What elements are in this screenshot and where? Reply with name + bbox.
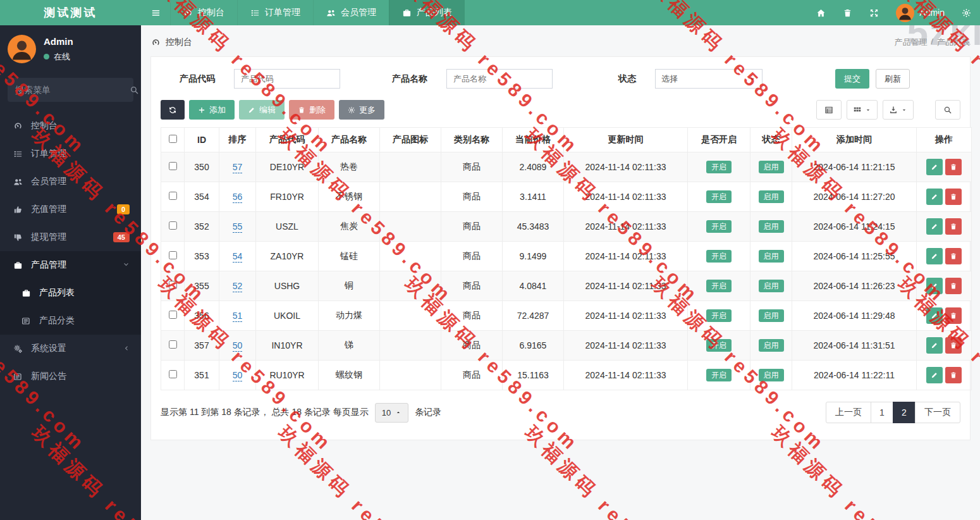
row-delete-button[interactable] — [945, 159, 962, 175]
row-edit-button[interactable] — [926, 159, 943, 175]
reload-button[interactable] — [161, 100, 185, 120]
columns-toggle-button[interactable] — [847, 100, 878, 120]
row-delete-button[interactable] — [945, 189, 962, 205]
column-header[interactable]: 产品代码 — [256, 128, 319, 152]
column-header[interactable]: ID — [185, 128, 219, 152]
sidebar-item-recharge[interactable]: 充值管理0 — [0, 195, 141, 223]
row-edit-button[interactable] — [926, 189, 943, 205]
sort-editable-link[interactable]: 55 — [233, 221, 243, 233]
breadcrumb-separator: / — [931, 37, 933, 48]
cell-added: 2024-06-14 11:24:15 — [792, 212, 917, 242]
delete-button[interactable]: 删除 — [289, 100, 334, 120]
table-row: 35354ZA10YR锰硅商品9.14992024-11-14 02:11:33… — [161, 242, 972, 271]
page-button-2[interactable]: 2 — [893, 402, 916, 423]
page-button-1[interactable]: 1 — [871, 402, 893, 423]
sidebar-item-system-settings[interactable]: 系统设置 — [0, 335, 141, 362]
row-edit-button[interactable] — [926, 337, 943, 354]
nav-item-orders[interactable]: 订单管理 — [237, 0, 313, 25]
sort-editable-link[interactable]: 50 — [233, 340, 243, 352]
next-page-button[interactable]: 下一页 — [915, 402, 960, 423]
product-name-input[interactable] — [446, 69, 553, 89]
column-header[interactable]: 操作 — [917, 128, 972, 152]
sort-editable-link[interactable]: 50 — [233, 370, 243, 381]
home-button[interactable] — [816, 8, 826, 18]
row-checkbox[interactable] — [169, 162, 177, 170]
column-header[interactable]: 状态 — [750, 128, 792, 152]
row-checkbox[interactable] — [169, 251, 177, 259]
row-delete-button[interactable] — [945, 278, 962, 294]
row-checkbox[interactable] — [169, 192, 177, 200]
row-edit-button[interactable] — [926, 218, 943, 235]
search-icon — [943, 106, 952, 115]
detail-view-toggle-button[interactable] — [816, 100, 842, 120]
expand-button[interactable] — [869, 8, 879, 18]
nav-item-members[interactable]: 会员管理 — [313, 0, 389, 25]
prev-page-button[interactable]: 上一页 — [826, 402, 871, 423]
sidebar-item-dashboard[interactable]: 控制台 — [0, 112, 141, 140]
thumbs-down-icon — [13, 233, 23, 242]
sidebar-item-orders[interactable]: 订单管理 — [0, 140, 141, 168]
trash-button[interactable] — [843, 8, 852, 18]
search-toggle-button[interactable] — [935, 100, 960, 120]
row-checkbox[interactable] — [169, 311, 177, 319]
breadcrumb-section[interactable]: 产品管理 — [894, 37, 927, 48]
user-menu[interactable]: Admin — [896, 4, 945, 22]
newspaper-icon — [13, 372, 23, 381]
status-select[interactable]: 选择 — [655, 69, 763, 89]
row-checkbox[interactable] — [169, 340, 177, 349]
column-header[interactable]: 更新时间 — [564, 128, 688, 152]
row-delete-button[interactable] — [945, 307, 962, 324]
more-button[interactable]: 更多 — [339, 100, 384, 120]
row-checkbox[interactable] — [169, 281, 177, 289]
row-delete-button[interactable] — [945, 367, 962, 383]
column-header[interactable]: 排序 — [219, 128, 256, 152]
row-checkbox[interactable] — [169, 221, 177, 230]
nav-item-dashboard[interactable]: 控制台 — [170, 0, 237, 25]
sidebar-item-members[interactable]: 会员管理 — [0, 168, 141, 195]
export-toggle-button[interactable] — [883, 100, 914, 120]
column-header[interactable]: 产品图标 — [380, 128, 441, 152]
cell-updated: 2024-11-14 02:11:33 — [564, 182, 688, 212]
column-header[interactable]: 类别名称 — [441, 128, 503, 152]
add-button[interactable]: 添加 — [189, 100, 235, 120]
sidebar-item-product-list[interactable]: 产品列表 — [0, 279, 141, 307]
status-badge: 启用 — [759, 339, 784, 352]
row-edit-button[interactable] — [926, 367, 943, 383]
sort-editable-link[interactable]: 52 — [233, 281, 243, 292]
sidebar-item-news[interactable]: 新闻公告 — [0, 362, 141, 390]
refresh-button[interactable]: 刷新 — [876, 69, 910, 89]
sort-editable-link[interactable]: 54 — [233, 251, 243, 263]
count-badge: 0 — [117, 204, 130, 214]
sort-editable-link[interactable]: 57 — [233, 162, 243, 173]
settings-button[interactable] — [962, 8, 971, 18]
sidebar-item-product-category[interactable]: 产品分类 — [0, 307, 141, 335]
row-checkbox[interactable] — [169, 370, 177, 378]
row-delete-button[interactable] — [945, 248, 962, 264]
sort-editable-link[interactable]: 51 — [233, 311, 243, 322]
row-edit-button[interactable] — [926, 248, 943, 264]
row-edit-button[interactable] — [926, 278, 943, 294]
row-edit-button[interactable] — [926, 307, 943, 324]
caret-down-icon — [901, 107, 907, 113]
sidebar-toggle-button[interactable] — [141, 0, 170, 25]
search-menu-input[interactable] — [15, 85, 130, 95]
submit-button[interactable]: 提交 — [835, 69, 869, 89]
page-size-select[interactable]: 10 — [375, 403, 408, 423]
brand-title[interactable]: 测试测试 — [0, 0, 141, 25]
column-header[interactable]: 产品名称 — [319, 128, 380, 152]
cell-code: DE10YR — [256, 152, 319, 182]
nav-item-product-list[interactable]: 产品列表 — [389, 0, 465, 25]
row-delete-button[interactable] — [945, 337, 962, 354]
caret-up-icon — [395, 409, 401, 416]
column-header[interactable]: 是否开启 — [688, 128, 750, 152]
edit-button[interactable]: 编辑 — [239, 100, 285, 120]
column-header[interactable]: 当前价格 — [503, 128, 564, 152]
sidebar-item-product-manage[interactable]: 产品管理 — [0, 251, 141, 279]
sidebar-item-withdraw[interactable]: 提现管理45 — [0, 223, 141, 251]
select-all-checkbox[interactable] — [169, 135, 177, 143]
cell-name: 热卷 — [319, 152, 380, 182]
row-delete-button[interactable] — [945, 218, 962, 235]
product-code-input[interactable] — [234, 69, 340, 89]
column-header[interactable]: 添加时间 — [792, 128, 917, 152]
sort-editable-link[interactable]: 56 — [233, 192, 243, 203]
